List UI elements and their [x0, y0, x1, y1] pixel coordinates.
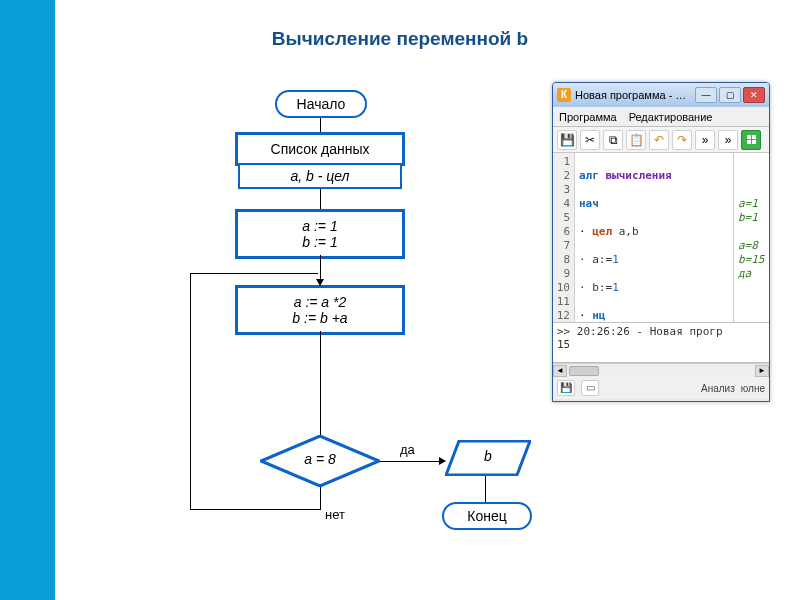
flow-no-label: нет	[325, 507, 345, 522]
flow-decision: a = 8	[260, 435, 380, 487]
status-analyze[interactable]: Анализ	[701, 383, 735, 394]
close-button[interactable]: ✕	[743, 87, 765, 103]
flow-start: Начало	[275, 90, 367, 118]
cut-icon[interactable]: ✂	[580, 130, 600, 150]
run-icon[interactable]	[741, 130, 761, 150]
scroll-right-icon[interactable]: ►	[755, 365, 769, 377]
status-save-icon[interactable]: 💾	[557, 380, 575, 396]
trace-margin: a=1 b=1 a=8 b=15 да	[733, 153, 769, 322]
flow-end: Конец	[442, 502, 532, 530]
menu-edit[interactable]: Редактирование	[629, 111, 713, 123]
flow-init: a := 1 b := 1	[235, 209, 405, 259]
minimize-button[interactable]: —	[695, 87, 717, 103]
toolbar-more-1[interactable]: »	[695, 130, 715, 150]
toolbar-more-2[interactable]: »	[718, 130, 738, 150]
menubar: Программа Редактирование	[553, 107, 769, 127]
output-console[interactable]: >> 20:26:26 - Новая прогр 15	[553, 323, 769, 363]
undo-icon[interactable]: ↶	[649, 130, 669, 150]
line-gutter: 123 456 789 101112	[553, 153, 575, 322]
paste-icon[interactable]: 📋	[626, 130, 646, 150]
flow-loop: a := a *2 b := b +a	[235, 285, 405, 335]
status-full[interactable]: юлне	[741, 383, 765, 394]
kumir-window: К Новая программа - … — ▢ ✕ Программа Ре…	[552, 82, 770, 402]
page-title: Вычисление переменной b	[0, 28, 800, 50]
flow-yes-label: да	[400, 442, 415, 457]
flow-data-header: Список данных	[235, 132, 405, 166]
flow-output: b	[445, 440, 531, 476]
save-icon[interactable]: 💾	[557, 130, 577, 150]
menu-program[interactable]: Программа	[559, 111, 617, 123]
flow-start-label: Начало	[297, 96, 346, 112]
status-console-icon[interactable]: ▭	[581, 380, 599, 396]
redo-icon[interactable]: ↷	[672, 130, 692, 150]
sidebar-stripe	[0, 0, 55, 600]
horizontal-scrollbar[interactable]: ◄ ►	[553, 363, 769, 377]
toolbar: 💾 ✂ ⧉ 📋 ↶ ↷ » »	[553, 127, 769, 153]
window-title: Новая программа - …	[575, 89, 695, 101]
maximize-button[interactable]: ▢	[719, 87, 741, 103]
status-bar: 💾 ▭ Анализ юлне	[553, 377, 769, 399]
flow-data-decl: a, b - цел	[238, 163, 402, 189]
app-icon: К	[557, 88, 571, 102]
code-body[interactable]: алг вычисления нач · цел a,b · a:=1 · b:…	[575, 153, 733, 322]
scroll-left-icon[interactable]: ◄	[553, 365, 567, 377]
window-titlebar[interactable]: К Новая программа - … — ▢ ✕	[553, 83, 769, 107]
code-editor[interactable]: 123 456 789 101112 алг вычисления нач · …	[553, 153, 769, 323]
flowchart: Начало Список данных a, b - цел a := 1 b…	[170, 90, 500, 580]
copy-icon[interactable]: ⧉	[603, 130, 623, 150]
scroll-thumb[interactable]	[569, 366, 599, 376]
